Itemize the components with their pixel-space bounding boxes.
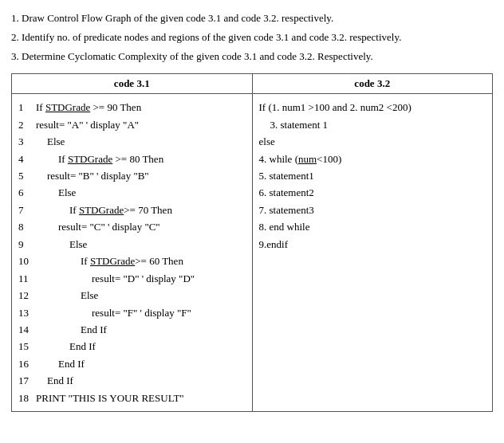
code31-line-18: 18 PRINT "THIS IS YOUR RESULT" xyxy=(18,390,246,406)
code31-line-13: 13 result= "F" ' display "F" xyxy=(18,304,246,321)
col-32-header: code 3.2 xyxy=(253,74,493,93)
instruction-2: 2. Identify no. of predicate nodes and r… xyxy=(11,29,493,46)
code32-line-6: 6. statement2 xyxy=(259,184,486,201)
stdgrade-underline-3: STDGrade xyxy=(79,204,124,216)
stdgrade-underline-2: STDGrade xyxy=(68,153,112,165)
code31-line-1: 1 If STDGrade >= 90 Then xyxy=(18,99,246,116)
code-31-column: 1 If STDGrade >= 90 Then 2 result= "A" '… xyxy=(12,94,253,411)
code31-line-7: 7 If STDGrade>= 70 Then xyxy=(18,202,246,218)
col-31-header: code 3.1 xyxy=(12,74,253,93)
code31-line-4: 4 If STDGrade >= 80 Then xyxy=(18,151,246,167)
instructions-block: 1. Draw Control Flow Graph of the given … xyxy=(11,10,493,65)
code-table: code 3.1 code 3.2 1 If STDGrade >= 90 Th… xyxy=(11,73,493,412)
code31-line-2: 2 result= "A" ' display "A" xyxy=(18,116,246,133)
code31-line-3: 3 Else xyxy=(18,133,246,150)
code32-line-8: 8. end while xyxy=(259,218,486,235)
code32-line-5: 5. statement1 xyxy=(259,167,486,184)
table-header: code 3.1 code 3.2 xyxy=(12,74,492,94)
code32-line-1: If (1. num1 >100 and 2. num2 <200) xyxy=(259,99,486,116)
table-body: 1 If STDGrade >= 90 Then 2 result= "A" '… xyxy=(12,94,492,411)
code31-line-6: 6 Else xyxy=(18,184,246,201)
code31-line-15: 15 End If xyxy=(18,338,246,355)
code31-line-11: 11 result= "D" ' display "D" xyxy=(18,270,246,287)
code31-line-16: 16 End If xyxy=(18,355,246,372)
instruction-3: 3. Determine Cyclomatic Complexity of th… xyxy=(11,48,493,65)
code-32-column: If (1. num1 >100 and 2. num2 <200) 3. st… xyxy=(253,94,493,411)
code32-line-3: else xyxy=(259,133,486,150)
code32-line-4: 4. while (num<100) xyxy=(259,151,486,167)
code31-line-12: 12 Else xyxy=(18,287,246,304)
code31-line-5: 5 result= "B" ' display "B" xyxy=(18,167,246,184)
code31-line-14: 14 End If xyxy=(18,321,246,338)
code31-line-8: 8 result= "C" ' display "C" xyxy=(18,218,246,235)
code32-line-7: 7. statement3 xyxy=(259,202,486,218)
code31-line-10: 10 If STDGrade>= 60 Then xyxy=(18,253,246,269)
code32-line-9: 9.endif xyxy=(259,236,486,253)
stdgrade-underline-4: STDGrade xyxy=(90,255,135,267)
stdgrade-underline-1: STDGrade xyxy=(45,101,90,113)
code31-line-17: 17 End If xyxy=(18,372,246,389)
code31-line-9: 9 Else xyxy=(18,236,246,253)
instruction-1: 1. Draw Control Flow Graph of the given … xyxy=(11,10,493,27)
code32-line-2: 3. statement 1 xyxy=(259,116,486,133)
num-underline: num xyxy=(298,153,317,165)
